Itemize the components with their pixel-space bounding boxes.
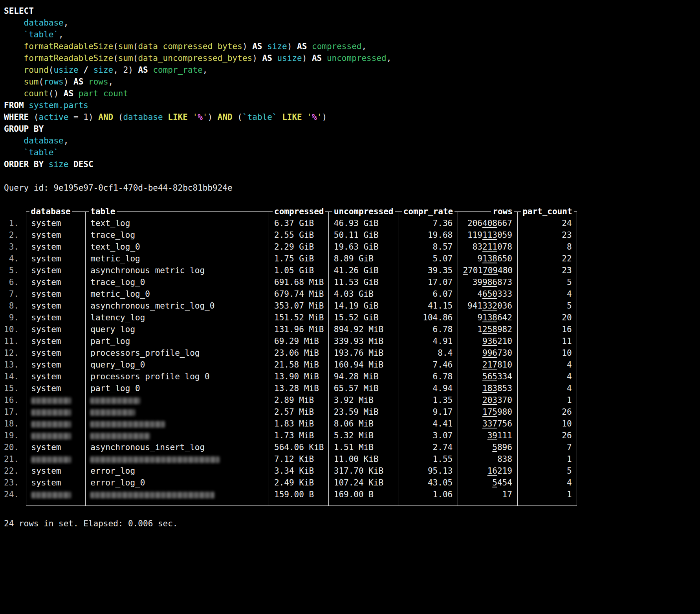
sql-token [163,112,168,122]
sql-token: ( [29,112,38,122]
result-table: databasetablecompresseduncompressedcompr… [26,206,577,506]
sql-token: LIKE [282,112,302,122]
sql-token: sum [118,42,133,51]
row-number: 2. [4,229,19,241]
cell-table: trace_log [86,229,269,241]
sql-line: round(usize / size, 2) AS compr_rate, [4,64,696,76]
cell-part_count: 11 [518,335,577,347]
sql-token: size [93,65,114,75]
cell-uncompressed: 94.28 MiB [329,371,398,382]
cell-uncompressed: 1.51 MiB [329,441,398,453]
sql-token: usize [53,65,78,75]
cell-part_count: 23 [518,265,577,276]
cell-part_count: 4 [518,477,577,489]
cell-database: system [26,465,86,477]
cell-uncompressed: 11.53 GiB [329,276,398,288]
sql-token: , [108,77,114,86]
sql-token: AS [262,53,272,63]
cell-table: part_log [86,335,269,347]
sql-token [4,136,24,145]
row-number: 8. [4,300,19,312]
cell-compr_rate: 7.46 [398,359,458,371]
sql-token: AS [252,42,262,51]
cell-rows: 39986873 [458,276,518,288]
cell-uncompressed: 3.92 MiB [329,394,398,406]
cell-database: system [26,382,86,394]
cell-compr_rate: 6.78 [398,371,458,382]
cell-uncompressed: 894.92 MiB [329,324,398,335]
table-bottom-pad [398,500,458,506]
sql-token: ( [113,112,123,122]
cell-compr_rate: 1.06 [398,489,458,500]
row-number: 1. [4,217,19,229]
terminal-window[interactable]: SELECT database, `table`, formatReadable… [0,0,700,614]
cell-part_count: 1 [518,394,577,406]
sql-token: AS [64,89,73,98]
sql-token: database [24,18,64,28]
cell-uncompressed: 317.70 KiB [329,465,398,477]
cell-part_count: 10 [518,347,577,359]
table-bottom-pad [518,500,577,506]
column-header-uncompressed: uncompressed [329,206,398,217]
cell-rows: 175980 [458,406,518,418]
sql-token [188,112,193,122]
sql-token [68,160,73,169]
column-header-label: compr_rate [402,206,454,217]
column-header-table: table [86,206,269,217]
cell-compr_rate: 43.05 [398,477,458,489]
sql-token: WHERE [4,112,29,122]
sql-line: `table`, [4,29,696,40]
sql-token: compressed [312,42,361,51]
cell-part_count: 4 [518,288,577,300]
cell-database: system [26,265,86,276]
cell-uncompressed: 339.93 MiB [329,335,398,347]
cell-compr_rate: 4.94 [398,382,458,394]
cell-table: latency_log [86,312,269,324]
cell-part_count: 8 [518,241,577,253]
cell-part_count: 1 [518,489,577,500]
cell-compressed: 1.05 GiB [269,265,329,276]
cell-uncompressed: 65.57 MiB [329,382,398,394]
sql-token: ) [242,42,252,51]
cell-database [26,394,86,406]
sql-token: ) [252,53,262,63]
sql-token: rows [44,77,64,86]
cell-table: text_log_0 [86,241,269,253]
cell-database: system [26,371,86,382]
cell-rows: 206408667 [458,217,518,229]
sql-token: GROUP BY [4,124,44,134]
cell-part_count: 24 [518,217,577,229]
column-header-rows: rows [458,206,518,217]
cell-uncompressed: 50.11 GiB [329,229,398,241]
redacted-text [31,397,71,404]
cell-database: system [26,324,86,335]
cell-uncompressed: 23.59 MiB [329,406,398,418]
redacted-text [90,397,140,404]
sql-token [88,65,93,75]
cell-compr_rate: 17.07 [398,276,458,288]
row-number: 12. [4,347,19,359]
cell-rows: 9138650 [458,253,518,265]
cell-rows: 941332036 [458,300,518,312]
redacted-text [90,492,214,498]
cell-part_count: 10 [518,418,577,430]
cell-uncompressed: 169.00 B [329,489,398,500]
sql-token [73,89,79,98]
cell-compressed: 13.28 MiB [269,382,329,394]
cell-rows: 337756 [458,418,518,430]
cell-table: trace_log_0 [86,276,269,288]
cell-uncompressed: 107.24 KiB [329,477,398,489]
cell-compressed: 691.68 MiB [269,276,329,288]
cell-table [86,406,269,418]
cell-part_count: 16 [518,324,577,335]
sql-token: rows [88,77,108,86]
cell-compressed: 131.96 MiB [269,324,329,335]
cell-table: processors_profile_log [86,347,269,359]
row-number: 15. [4,382,19,394]
cell-database [26,489,86,500]
query-id-line: Query id: 9e195e97-0cf1-470d-be44-82bc81… [4,182,696,194]
cell-database: system [26,241,86,253]
sql-token: ' [317,112,322,122]
row-numbers-gutter: 1.2.3.4.5.6.7.8.9.10.11.12.13.14.15.16.1… [4,206,19,500]
sql-token: ( [49,65,54,75]
